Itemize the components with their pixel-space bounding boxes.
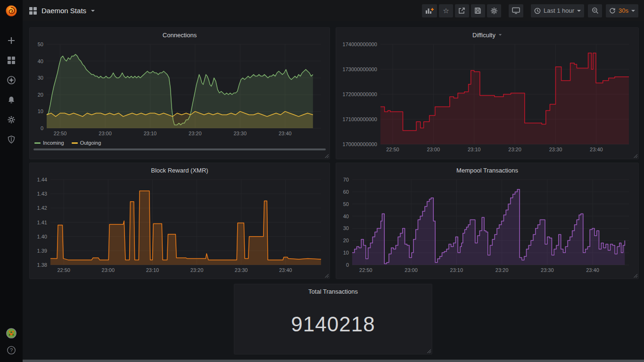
- svg-text:50: 50: [343, 201, 349, 207]
- connections-chart[interactable]: 22:5023:0023:1023:2023:3023:400102030405…: [33, 40, 327, 139]
- svg-text:1.39: 1.39: [37, 248, 47, 254]
- share-dashboard-button[interactable]: [455, 4, 469, 17]
- svg-text:23:40: 23:40: [279, 267, 292, 273]
- zoom-out-time-button[interactable]: [588, 4, 602, 17]
- outgoing-series-swatch: [72, 142, 78, 144]
- dashboard-title-menu[interactable]: Daemon Stats: [29, 7, 95, 15]
- legend-item-incoming[interactable]: Incoming: [34, 140, 64, 146]
- dashboard-settings-button[interactable]: [487, 4, 501, 17]
- toolbar: ☆ Last 1 hour 30s: [422, 4, 638, 17]
- svg-text:23:10: 23:10: [450, 267, 463, 273]
- svg-text:23:00: 23:00: [405, 267, 418, 273]
- clock-icon: [534, 8, 541, 14]
- svg-text:60: 60: [343, 189, 349, 195]
- top-navbar: Daemon Stats ☆ Last 1 hour: [23, 0, 644, 21]
- svg-text:20: 20: [38, 92, 43, 98]
- add-icon[interactable]: [6, 35, 17, 46]
- svg-text:20: 20: [343, 238, 349, 243]
- svg-text:171000000000: 171000000000: [343, 116, 377, 122]
- dashboard-grid-icon: [29, 7, 37, 15]
- panel-title-mempool[interactable]: Mempool Transactions: [339, 165, 636, 175]
- svg-text:23:00: 23:00: [99, 131, 112, 136]
- svg-text:23:10: 23:10: [468, 147, 481, 152]
- svg-text:23:00: 23:00: [427, 147, 440, 152]
- svg-text:172000000000: 172000000000: [343, 91, 377, 97]
- time-range-label: Last 1 hour: [544, 7, 574, 14]
- svg-text:1.43: 1.43: [37, 191, 47, 197]
- svg-text:70: 70: [343, 177, 349, 182]
- svg-text:50: 50: [38, 41, 43, 47]
- svg-text:40: 40: [38, 58, 43, 64]
- svg-text:23:20: 23:20: [189, 131, 202, 136]
- svg-text:22:50: 22:50: [359, 267, 372, 273]
- cycle-view-mode-button[interactable]: [509, 4, 523, 17]
- svg-text:1.44: 1.44: [37, 177, 47, 182]
- incoming-series-swatch: [34, 142, 41, 144]
- difficulty-chart[interactable]: 22:5023:0023:1023:2023:3023:401700000000…: [339, 40, 636, 156]
- panel-total-transactions: Total Transactions 9140218: [234, 284, 432, 354]
- user-avatar[interactable]: [6, 328, 17, 338]
- svg-text:23:30: 23:30: [541, 267, 554, 273]
- time-range-caret-icon: [577, 10, 581, 12]
- svg-text:23:00: 23:00: [102, 267, 115, 273]
- svg-text:10: 10: [38, 108, 43, 114]
- panel-block-reward: Block Reward (XMR) 22:5023:0023:1023:202…: [29, 163, 330, 279]
- block-reward-chart[interactable]: 22:5023:0023:1023:2023:3023:401.381.391.…: [33, 175, 327, 275]
- legend-item-outgoing[interactable]: Outgoing: [72, 140, 101, 146]
- panel-title-connections[interactable]: Connections: [33, 30, 327, 40]
- panel-title-difficulty[interactable]: Difficulty: [339, 30, 636, 40]
- svg-text:1.40: 1.40: [37, 234, 47, 239]
- svg-text:23:40: 23:40: [586, 267, 599, 273]
- panel-title-total-transactions[interactable]: Total Transactions: [237, 287, 429, 296]
- svg-text:0: 0: [346, 262, 349, 268]
- dashboards-icon[interactable]: [6, 55, 17, 66]
- svg-text:22:50: 22:50: [54, 131, 67, 136]
- connections-legend-scrollbar[interactable]: [33, 148, 326, 150]
- svg-text:22:50: 22:50: [57, 267, 70, 273]
- title-caret-down-icon: [91, 10, 95, 12]
- star-icon: ☆: [443, 7, 449, 14]
- svg-text:23:20: 23:20: [190, 267, 204, 273]
- grafana-logo[interactable]: [5, 4, 18, 17]
- server-admin-shield-icon[interactable]: [6, 134, 17, 145]
- svg-text:174000000000: 174000000000: [343, 41, 377, 47]
- refresh-icon: [609, 8, 616, 14]
- svg-text:30: 30: [343, 225, 349, 231]
- panel-title-block-reward[interactable]: Block Reward (XMR): [33, 165, 327, 175]
- add-panel-button[interactable]: [422, 4, 437, 17]
- svg-text:1.38: 1.38: [37, 262, 47, 268]
- alerting-bell-icon[interactable]: [6, 95, 17, 105]
- share-icon: [458, 7, 465, 14]
- svg-text:23:20: 23:20: [495, 267, 509, 273]
- svg-text:23:10: 23:10: [146, 267, 159, 273]
- connections-legend: Incoming Outgoing: [33, 139, 327, 146]
- svg-text:23:40: 23:40: [590, 147, 603, 152]
- svg-text:23:10: 23:10: [144, 131, 157, 136]
- save-dashboard-button[interactable]: [471, 4, 485, 17]
- svg-text:1.41: 1.41: [37, 220, 47, 225]
- monitor-icon: [512, 7, 520, 14]
- svg-text:23:40: 23:40: [279, 131, 292, 136]
- svg-text:23:30: 23:30: [235, 267, 248, 273]
- refresh-picker[interactable]: 30s: [606, 4, 638, 17]
- svg-text:10: 10: [343, 250, 349, 255]
- svg-text:40: 40: [343, 214, 349, 219]
- sidebar: ?: [0, 0, 23, 362]
- star-dashboard-button[interactable]: ☆: [439, 4, 453, 17]
- configuration-gear-icon[interactable]: [6, 115, 17, 125]
- svg-text:23:20: 23:20: [508, 147, 521, 152]
- help-icon[interactable]: ?: [6, 345, 17, 355]
- zoom-out-icon: [592, 7, 599, 14]
- refresh-caret-icon: [631, 10, 635, 12]
- svg-text:0: 0: [41, 125, 43, 131]
- svg-text:173000000000: 173000000000: [343, 66, 377, 72]
- page-horizontal-scrollbar[interactable]: [23, 360, 644, 362]
- svg-text:23:30: 23:30: [549, 147, 562, 152]
- time-range-picker[interactable]: Last 1 hour: [531, 4, 584, 17]
- svg-text:?: ?: [10, 347, 13, 353]
- panel-mempool: Mempool Transactions 22:5023:0023:1023:2…: [336, 163, 639, 279]
- stat-value: 9140218: [237, 296, 429, 352]
- explore-icon[interactable]: [6, 75, 17, 85]
- mempool-chart[interactable]: 22:5023:0023:1023:2023:3023:400102030405…: [339, 175, 636, 275]
- dashboard-title: Daemon Stats: [41, 7, 86, 15]
